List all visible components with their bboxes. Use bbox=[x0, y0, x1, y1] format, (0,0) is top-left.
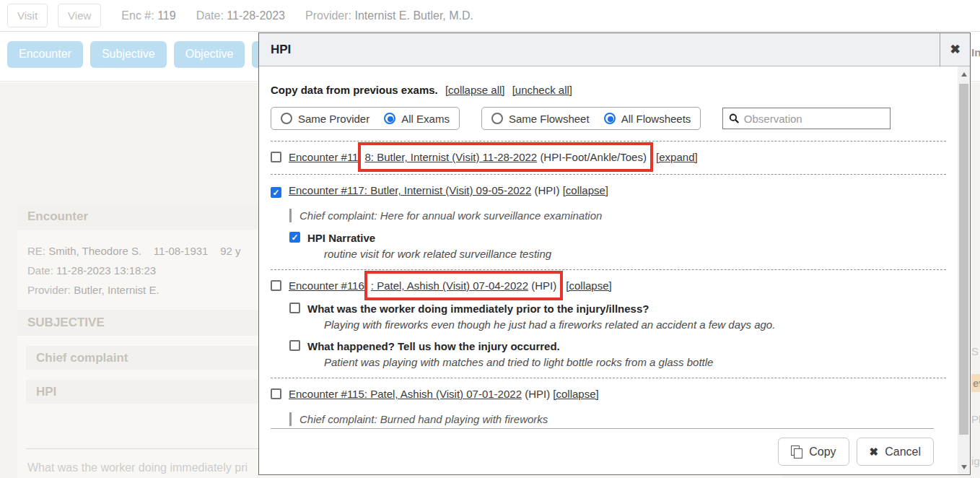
copy-icon bbox=[791, 446, 802, 458]
flowsheet-label: (HPI) bbox=[531, 279, 556, 292]
cancel-x-icon: ✖ bbox=[870, 446, 879, 459]
all-exams-option[interactable]: All Exams bbox=[384, 113, 450, 125]
dialog-footer: Copy ✖ Cancel bbox=[271, 428, 934, 474]
same-flowsheet-radio[interactable] bbox=[491, 113, 503, 124]
all-flowsheets-label: All Flowsheets bbox=[621, 113, 691, 125]
encounter-list: Encounter #118: Butler, Internist (Visit… bbox=[271, 141, 946, 452]
observation-label: HPI Narrative bbox=[307, 232, 551, 245]
chief-complaint-quote: Chief complaint: Here for annual work su… bbox=[289, 209, 946, 222]
dialog-header: HPI ✖ bbox=[259, 33, 970, 66]
observation-label: What was the worker doing immediately pr… bbox=[307, 303, 775, 316]
observation-value: routine visit for work related surveilla… bbox=[307, 248, 551, 260]
flowsheet-filter-group: Same Flowsheet All Flowsheets bbox=[481, 107, 701, 130]
provider-filter-group: Same Provider All Exams bbox=[271, 107, 460, 130]
copy-button-label: Copy bbox=[809, 446, 836, 459]
chief-complaint-quote: Chief complaint: Burned hand playing wit… bbox=[289, 412, 946, 426]
flowsheet-label: (HPI) bbox=[525, 388, 550, 400]
encounter-row: Encounter #118: Butler, Internist (Visit… bbox=[271, 142, 946, 174]
copy-button[interactable]: Copy bbox=[778, 438, 849, 466]
all-flowsheets-radio[interactable] bbox=[604, 113, 616, 124]
encounter-header-line: Encounter #116: Patel, Ashish (Visit) 07… bbox=[271, 279, 946, 293]
encounter-checkbox[interactable] bbox=[271, 280, 281, 291]
cancel-button[interactable]: ✖ Cancel bbox=[857, 438, 934, 466]
toggle-link[interactable]: [expand] bbox=[656, 151, 698, 163]
observation-item: ✓HPI Narrativeroutine visit for work rel… bbox=[289, 232, 946, 260]
toggle-link[interactable]: [collapse] bbox=[553, 388, 598, 400]
application-window: Visit View Enc #: 119 Date: 11-28-2023 P… bbox=[0, 0, 980, 478]
scrollbar-thumb[interactable] bbox=[959, 84, 968, 435]
observation-checkbox[interactable] bbox=[289, 340, 300, 351]
cancel-button-label: Cancel bbox=[885, 446, 921, 459]
observation-body: HPI Narrativeroutine visit for work rela… bbox=[307, 232, 551, 260]
encounter-checkbox[interactable] bbox=[271, 388, 281, 399]
all-exams-radio[interactable] bbox=[384, 113, 395, 124]
observation-search-box[interactable] bbox=[722, 108, 891, 129]
modal-scrollbar[interactable] bbox=[958, 66, 970, 474]
encounter-row: ✓Encounter #117: Butler, Internist (Visi… bbox=[271, 175, 946, 269]
encounter-header-line: ✓Encounter #117: Butler, Internist (Visi… bbox=[271, 183, 946, 198]
copy-instructions-text: Copy data from previous exams. bbox=[271, 84, 438, 96]
all-exams-label: All Exams bbox=[401, 113, 450, 125]
observation-value: Playing with fireworks even though he ju… bbox=[307, 318, 775, 331]
flowsheet-label: (HPI-Foot/Ankle/Toes) bbox=[540, 151, 647, 163]
annotation-highlight-box: 8: Butler, Internist (Visit) 11-28-2022 … bbox=[358, 142, 652, 172]
observation-checkbox[interactable]: ✓ bbox=[289, 232, 300, 243]
encounter-row: Encounter #116: Patel, Ashish (Visit) 07… bbox=[271, 270, 946, 378]
hpi-copy-dialog: HPI ✖ Copy data from previous exams. [co… bbox=[258, 32, 971, 475]
observation-body: What was the worker doing immediately pr… bbox=[307, 303, 775, 331]
filter-bar: Same Provider All Exams Same Flowsheet A… bbox=[271, 107, 946, 130]
encounter-children: Chief complaint: Here for annual work su… bbox=[289, 209, 946, 260]
same-provider-option[interactable]: Same Provider bbox=[281, 113, 369, 125]
same-provider-radio[interactable] bbox=[281, 113, 292, 124]
dialog-body: Copy data from previous exams. [collapse… bbox=[259, 66, 958, 474]
observation-body: What happened? Tell us how the injury oc… bbox=[307, 340, 713, 368]
observation-item: What happened? Tell us how the injury oc… bbox=[289, 340, 946, 368]
encounter-link[interactable]: Encounter #115: Patel, Ashish (Visit) 07… bbox=[289, 388, 522, 400]
encounter-checkbox[interactable]: ✓ bbox=[271, 187, 281, 198]
encounter-link[interactable]: 8: Butler, Internist (Visit) 11-28-2022 bbox=[364, 151, 537, 163]
search-icon bbox=[729, 113, 739, 124]
encounter-header-line: Encounter #115: Patel, Ashish (Visit) 07… bbox=[271, 387, 946, 401]
observation-search-input[interactable] bbox=[744, 113, 885, 125]
scroll-down-icon[interactable] bbox=[958, 461, 970, 473]
same-flowsheet-option[interactable]: Same Flowsheet bbox=[491, 113, 590, 125]
flowsheet-label: (HPI) bbox=[534, 184, 559, 196]
copy-instructions: Copy data from previous exams. [collapse… bbox=[271, 84, 946, 96]
encounter-link[interactable]: : Patel, Ashish (Visit) 07-04-2022 bbox=[371, 279, 528, 292]
encounter-link[interactable]: Encounter #117: Butler, Internist (Visit… bbox=[289, 184, 531, 196]
observation-item: What was the worker doing immediately pr… bbox=[289, 303, 946, 331]
encounter-link[interactable]: Encounter #116 bbox=[289, 279, 364, 292]
encounter-checkbox[interactable] bbox=[271, 152, 281, 162]
all-flowsheets-option[interactable]: All Flowsheets bbox=[604, 113, 691, 125]
observation-checkbox[interactable] bbox=[289, 303, 300, 313]
toggle-link[interactable]: [collapse] bbox=[563, 184, 608, 196]
observation-label: What happened? Tell us how the injury oc… bbox=[307, 340, 713, 353]
encounter-children: What was the worker doing immediately pr… bbox=[289, 303, 946, 368]
encounter-link[interactable]: Encounter #11 bbox=[289, 151, 358, 163]
annotation-highlight-box: : Patel, Ashish (Visit) 07-04-2022 (HPI) bbox=[364, 271, 563, 300]
same-flowsheet-label: Same Flowsheet bbox=[509, 113, 590, 125]
collapse-all-link[interactable]: [collapse all] bbox=[445, 84, 505, 96]
same-provider-label: Same Provider bbox=[298, 113, 369, 125]
close-icon[interactable]: ✖ bbox=[940, 33, 970, 66]
observation-value: Patient was playing with matches and tri… bbox=[307, 356, 713, 368]
dialog-title: HPI bbox=[259, 43, 940, 57]
scroll-up-icon[interactable] bbox=[958, 68, 970, 80]
encounter-header-line: Encounter #118: Butler, Internist (Visit… bbox=[271, 150, 946, 165]
uncheck-all-link[interactable]: [uncheck all] bbox=[512, 84, 572, 96]
toggle-link[interactable]: [collapse] bbox=[566, 279, 611, 292]
